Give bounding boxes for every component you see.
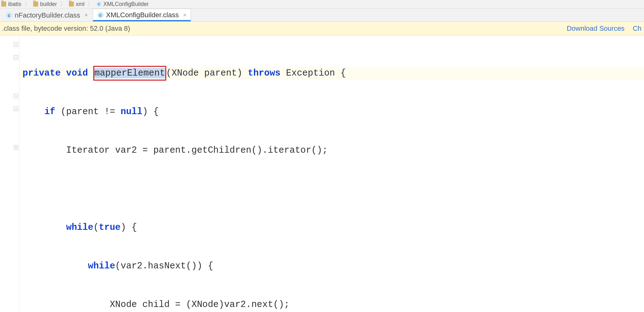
class-icon: c [6,12,12,19]
folder-icon [33,2,38,7]
indent [23,260,88,272]
close-icon[interactable]: × [183,12,187,19]
annotation-box: mapperElement [93,66,166,81]
keyword: if [44,105,55,118]
folder-icon [1,2,6,7]
code-area[interactable]: private void mapperElement(XNode parent)… [19,35,644,312]
code-text: Exception { [281,67,346,80]
code-line[interactable]: XNode child = (XNode)var2.next(); [19,298,644,311]
code-line[interactable]: private void mapperElement(XNode parent)… [19,67,644,80]
tab-factory-builder[interactable]: c nFactoryBuilder.class × [1,9,93,21]
keyword: throws [248,67,281,80]
fold-toggle-icon[interactable]: − [14,107,18,111]
gutter[interactable]: − − − − + [0,35,19,312]
info-text: .class file, bytecode version: 52.0 (Jav… [2,24,130,33]
fold-toggle-icon[interactable]: − [14,55,18,60]
class-icon: c [96,2,101,7]
code-text: ) { [142,105,159,118]
code-text: (var2.hasNext()) { [115,260,213,272]
code-line[interactable] [19,182,644,195]
fold-toggle-icon[interactable]: − [14,42,18,47]
code-line[interactable]: while(true) { [19,221,644,234]
code-text: (parent != [55,105,121,118]
close-icon[interactable]: × [85,12,88,19]
breadcrumb-sep-icon: 〉 [88,0,93,8]
editor: − − − − + private void mapperElement(XNo… [0,35,644,312]
breadcrumb-item[interactable]: xml [69,1,85,8]
selected-text: mapperElement [94,68,165,78]
code-line[interactable]: Iterator var2 = parent.getChildren().ite… [19,144,644,157]
code-text: ( [93,221,99,234]
code-line[interactable]: while(var2.hasNext()) { [19,260,644,272]
breadcrumb-item[interactable]: ibatis [1,1,21,8]
breadcrumb-label: ibatis [8,1,21,8]
keyword: while [88,260,115,272]
breadcrumb-sep-icon: 〉 [24,0,30,8]
fold-toggle-icon[interactable]: + [14,145,18,150]
breadcrumb-label: XMLConfigBuilder [103,1,149,8]
breadcrumb-item[interactable]: builder [33,1,57,8]
download-sources-link[interactable]: Download Sources [567,24,625,33]
editor-tabs: c nFactoryBuilder.class × c XMLConfigBui… [0,8,644,22]
indent [23,105,44,118]
fold-toggle-icon[interactable]: − [14,94,18,98]
code-text: Iterator var2 = parent.getChildren().ite… [23,144,328,157]
breadcrumb-sep-icon: 〉 [60,0,66,8]
tab-xmlconfigbuilder[interactable]: c XMLConfigBuilder.class × [93,9,191,21]
decompiled-info-bar: .class file, bytecode version: 52.0 (Jav… [0,22,644,35]
code-text: ) { [121,221,137,234]
keyword: null [121,105,142,118]
folder-icon [69,2,74,7]
keyword: true [99,221,121,234]
indent [23,221,66,234]
code-line[interactable]: if (parent != null) { [19,105,644,118]
breadcrumb-item[interactable]: c XMLConfigBuilder [96,1,149,8]
class-icon: c [97,12,104,18]
code-text: XNode child = (XNode)var2.next(); [23,298,290,311]
breadcrumb: ibatis 〉 builder 〉 xml 〉 c XMLConfigBuil… [0,0,644,8]
keyword: while [66,221,93,234]
breadcrumb-label: xml [76,1,85,8]
keyword: void [66,67,88,80]
keyword: private [23,67,61,80]
tab-label: nFactoryBuilder.class [15,11,80,19]
tab-label: XMLConfigBuilder.class [106,11,179,19]
choose-sources-link[interactable]: Ch [633,24,641,33]
code-text: (XNode parent) [166,67,248,80]
breadcrumb-label: builder [40,1,57,8]
